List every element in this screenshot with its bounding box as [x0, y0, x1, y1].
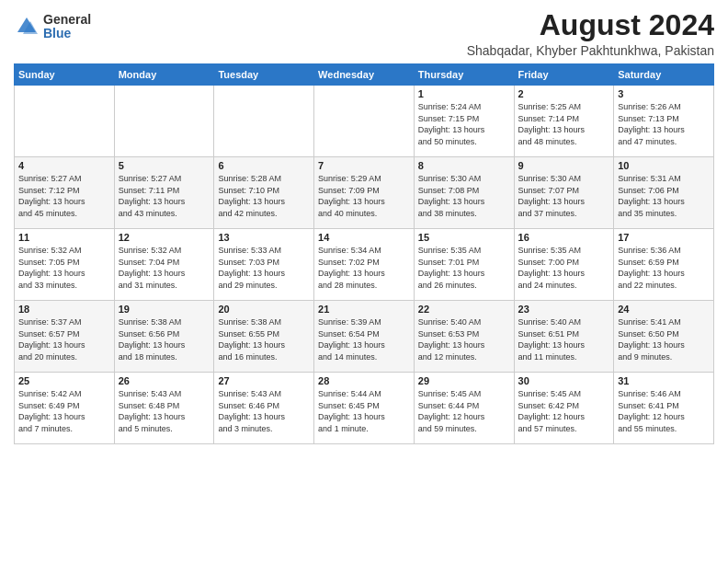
logo-text: General Blue — [43, 13, 91, 41]
calendar-cell — [214, 86, 314, 157]
calendar-cell: 2Sunrise: 5:25 AM Sunset: 7:14 PM Daylig… — [514, 86, 614, 157]
day-number: 30 — [518, 375, 610, 386]
header-sunday: Sunday — [15, 64, 115, 86]
calendar-header-row: Sunday Monday Tuesday Wednesday Thursday… — [15, 64, 714, 86]
location-subtitle: Shabqadar, Khyber Pakhtunkhwa, Pakistan — [467, 43, 714, 58]
day-number: 24 — [618, 304, 710, 315]
day-info: Sunrise: 5:26 AM Sunset: 7:13 PM Dayligh… — [618, 101, 710, 147]
day-info: Sunrise: 5:30 AM Sunset: 7:07 PM Dayligh… — [518, 173, 610, 219]
calendar-cell: 12Sunrise: 5:32 AM Sunset: 7:04 PM Dayli… — [114, 229, 214, 301]
day-info: Sunrise: 5:46 AM Sunset: 6:41 PM Dayligh… — [618, 388, 710, 434]
calendar-cell: 3Sunrise: 5:26 AM Sunset: 7:13 PM Daylig… — [614, 86, 714, 157]
day-number: 7 — [318, 160, 410, 171]
day-info: Sunrise: 5:30 AM Sunset: 7:08 PM Dayligh… — [418, 173, 510, 219]
day-info: Sunrise: 5:25 AM Sunset: 7:14 PM Dayligh… — [518, 101, 610, 147]
header-friday: Friday — [514, 64, 614, 86]
day-number: 4 — [18, 160, 110, 171]
calendar-cell: 25Sunrise: 5:42 AM Sunset: 6:49 PM Dayli… — [15, 373, 115, 444]
title-block: August 2024 Shabqadar, Khyber Pakhtunkhw… — [467, 9, 714, 58]
day-info: Sunrise: 5:28 AM Sunset: 7:10 PM Dayligh… — [218, 173, 310, 219]
day-info: Sunrise: 5:38 AM Sunset: 6:55 PM Dayligh… — [218, 316, 310, 362]
calendar-cell: 15Sunrise: 5:35 AM Sunset: 7:01 PM Dayli… — [414, 229, 514, 301]
header-thursday: Thursday — [414, 64, 514, 86]
day-number: 31 — [618, 375, 710, 386]
day-number: 3 — [618, 88, 710, 99]
day-info: Sunrise: 5:45 AM Sunset: 6:44 PM Dayligh… — [418, 388, 510, 434]
calendar-cell: 10Sunrise: 5:31 AM Sunset: 7:06 PM Dayli… — [614, 157, 714, 229]
day-info: Sunrise: 5:24 AM Sunset: 7:15 PM Dayligh… — [418, 101, 510, 147]
day-number: 27 — [218, 375, 310, 386]
day-number: 12 — [119, 232, 210, 243]
header-saturday: Saturday — [614, 64, 714, 86]
day-info: Sunrise: 5:27 AM Sunset: 7:11 PM Dayligh… — [119, 173, 210, 219]
day-info: Sunrise: 5:41 AM Sunset: 6:50 PM Dayligh… — [618, 316, 710, 362]
day-info: Sunrise: 5:43 AM Sunset: 6:48 PM Dayligh… — [119, 388, 210, 434]
day-number: 17 — [618, 232, 710, 243]
day-info: Sunrise: 5:43 AM Sunset: 6:46 PM Dayligh… — [218, 388, 310, 434]
calendar-cell: 4Sunrise: 5:27 AM Sunset: 7:12 PM Daylig… — [15, 157, 115, 229]
calendar-cell: 29Sunrise: 5:45 AM Sunset: 6:44 PM Dayli… — [414, 373, 514, 444]
day-number: 5 — [119, 160, 210, 171]
day-info: Sunrise: 5:36 AM Sunset: 6:59 PM Dayligh… — [618, 245, 710, 291]
calendar-cell: 13Sunrise: 5:33 AM Sunset: 7:03 PM Dayli… — [214, 229, 314, 301]
calendar-cell: 19Sunrise: 5:38 AM Sunset: 6:56 PM Dayli… — [114, 301, 214, 373]
header-tuesday: Tuesday — [214, 64, 314, 86]
calendar-cell: 22Sunrise: 5:40 AM Sunset: 6:53 PM Dayli… — [414, 301, 514, 373]
calendar-table: Sunday Monday Tuesday Wednesday Thursday… — [14, 63, 714, 444]
calendar-cell — [114, 86, 214, 157]
calendar-cell: 28Sunrise: 5:44 AM Sunset: 6:45 PM Dayli… — [314, 373, 415, 444]
calendar-cell: 14Sunrise: 5:34 AM Sunset: 7:02 PM Dayli… — [314, 229, 415, 301]
day-info: Sunrise: 5:40 AM Sunset: 6:53 PM Dayligh… — [418, 316, 510, 362]
calendar-cell: 7Sunrise: 5:29 AM Sunset: 7:09 PM Daylig… — [314, 157, 415, 229]
day-number: 21 — [318, 304, 410, 315]
day-info: Sunrise: 5:42 AM Sunset: 6:49 PM Dayligh… — [18, 388, 110, 434]
day-info: Sunrise: 5:33 AM Sunset: 7:03 PM Dayligh… — [218, 245, 310, 291]
day-number: 28 — [318, 375, 410, 386]
calendar-week-row: 1Sunrise: 5:24 AM Sunset: 7:15 PM Daylig… — [15, 86, 714, 157]
calendar-cell: 6Sunrise: 5:28 AM Sunset: 7:10 PM Daylig… — [214, 157, 314, 229]
calendar-cell: 8Sunrise: 5:30 AM Sunset: 7:08 PM Daylig… — [414, 157, 514, 229]
day-info: Sunrise: 5:27 AM Sunset: 7:12 PM Dayligh… — [18, 173, 110, 219]
day-number: 8 — [418, 160, 510, 171]
header-monday: Monday — [114, 64, 214, 86]
day-number: 10 — [618, 160, 710, 171]
calendar-cell: 24Sunrise: 5:41 AM Sunset: 6:50 PM Dayli… — [614, 301, 714, 373]
calendar-cell: 26Sunrise: 5:43 AM Sunset: 6:48 PM Dayli… — [114, 373, 214, 444]
day-number: 6 — [218, 160, 310, 171]
header: General Blue August 2024 Shabqadar, Khyb… — [14, 9, 714, 58]
day-info: Sunrise: 5:39 AM Sunset: 6:54 PM Dayligh… — [318, 316, 410, 362]
logo-blue: Blue — [43, 27, 91, 40]
day-info: Sunrise: 5:29 AM Sunset: 7:09 PM Dayligh… — [318, 173, 410, 219]
calendar-cell: 20Sunrise: 5:38 AM Sunset: 6:55 PM Dayli… — [214, 301, 314, 373]
calendar-cell: 21Sunrise: 5:39 AM Sunset: 6:54 PM Dayli… — [314, 301, 415, 373]
calendar-cell: 5Sunrise: 5:27 AM Sunset: 7:11 PM Daylig… — [114, 157, 214, 229]
day-number: 2 — [518, 88, 610, 99]
calendar-cell: 1Sunrise: 5:24 AM Sunset: 7:15 PM Daylig… — [414, 86, 514, 157]
day-info: Sunrise: 5:45 AM Sunset: 6:42 PM Dayligh… — [518, 388, 610, 434]
day-number: 14 — [318, 232, 410, 243]
day-number: 29 — [418, 375, 510, 386]
day-number: 16 — [518, 232, 610, 243]
day-number: 23 — [518, 304, 610, 315]
calendar-cell: 31Sunrise: 5:46 AM Sunset: 6:41 PM Dayli… — [614, 373, 714, 444]
day-info: Sunrise: 5:32 AM Sunset: 7:04 PM Dayligh… — [119, 245, 210, 291]
day-number: 22 — [418, 304, 510, 315]
calendar-week-row: 25Sunrise: 5:42 AM Sunset: 6:49 PM Dayli… — [15, 373, 714, 444]
day-info: Sunrise: 5:31 AM Sunset: 7:06 PM Dayligh… — [618, 173, 710, 219]
calendar-week-row: 4Sunrise: 5:27 AM Sunset: 7:12 PM Daylig… — [15, 157, 714, 229]
day-info: Sunrise: 5:35 AM Sunset: 7:00 PM Dayligh… — [518, 245, 610, 291]
day-info: Sunrise: 5:37 AM Sunset: 6:57 PM Dayligh… — [18, 316, 110, 362]
day-number: 13 — [218, 232, 310, 243]
calendar-cell: 27Sunrise: 5:43 AM Sunset: 6:46 PM Dayli… — [214, 373, 314, 444]
day-number: 1 — [418, 88, 510, 99]
day-info: Sunrise: 5:44 AM Sunset: 6:45 PM Dayligh… — [318, 388, 410, 434]
calendar-week-row: 11Sunrise: 5:32 AM Sunset: 7:05 PM Dayli… — [15, 229, 714, 301]
calendar-cell — [314, 86, 415, 157]
calendar-cell: 30Sunrise: 5:45 AM Sunset: 6:42 PM Dayli… — [514, 373, 614, 444]
logo-general: General — [43, 13, 91, 27]
day-info: Sunrise: 5:40 AM Sunset: 6:51 PM Dayligh… — [518, 316, 610, 362]
calendar-cell: 9Sunrise: 5:30 AM Sunset: 7:07 PM Daylig… — [514, 157, 614, 229]
day-number: 20 — [218, 304, 310, 315]
day-info: Sunrise: 5:34 AM Sunset: 7:02 PM Dayligh… — [318, 245, 410, 291]
day-number: 11 — [18, 232, 110, 243]
